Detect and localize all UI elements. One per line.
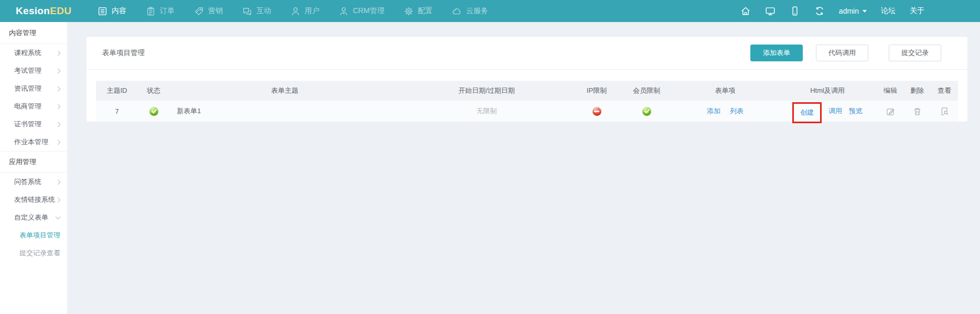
view-icon[interactable] — [940, 107, 949, 116]
member-allowed-icon — [642, 107, 651, 116]
sidebar-item-exam[interactable]: 考试管理 — [0, 62, 67, 80]
refresh-icon[interactable] — [814, 6, 825, 16]
config-icon — [404, 6, 414, 16]
chevron-right-icon — [56, 122, 61, 127]
chevron-right-icon — [56, 68, 61, 73]
call-html-link[interactable]: 调用 — [828, 106, 842, 116]
interaction-icon — [242, 6, 252, 16]
header-ip-limit: IP限制 — [573, 86, 620, 95]
chevron-down-icon — [56, 214, 61, 220]
sidebar-section-apps[interactable]: 应用管理 — [0, 151, 67, 173]
sidebar-subitem-form-projects[interactable]: 表单项目管理 — [0, 226, 67, 244]
about-link[interactable]: 关于 — [910, 6, 924, 16]
nav-label: 配置 — [418, 6, 433, 16]
app-logo[interactable]: KesionEDU — [0, 5, 80, 17]
sidebar-item-news[interactable]: 资讯管理 — [0, 80, 67, 98]
annotation-highlight-box: 创建 — [792, 102, 822, 123]
row-form-item-links: 添加 列表 — [673, 106, 778, 116]
sidebar-subitem-submissions[interactable]: 提交记录查看 — [0, 244, 67, 262]
preview-html-link[interactable]: 预览 — [849, 106, 863, 116]
sidebar-item-course[interactable]: 课程系统 — [0, 44, 67, 62]
nav-label: 用户 — [305, 6, 319, 16]
nav-content[interactable]: 内容 — [98, 6, 126, 16]
top-navigation: 内容 订单 营销 互动 用户 CRM管理 配置 云服务 — [98, 6, 488, 16]
row-member-limit — [620, 107, 673, 116]
chevron-right-icon — [56, 50, 61, 56]
crm-icon — [339, 6, 349, 16]
header-topic-id: 主题ID — [96, 86, 138, 95]
sidebar: 内容管理 课程系统 考试管理 资讯管理 电商管理 证书管理 作业本管理 应用管理… — [0, 22, 67, 314]
sidebar-item-qa[interactable]: 问答系统 — [0, 173, 67, 191]
header-status: 状态 — [138, 86, 169, 95]
header-delete: 删除 — [903, 86, 931, 95]
header-form-title: 表单主题 — [169, 86, 400, 95]
page-title: 表单项目管理 — [102, 48, 145, 58]
admin-username: admin — [839, 7, 859, 15]
main-area: 表单项目管理 添加表单 代码调用 提交记录 主题ID 状态 表单主题 开始日期/… — [67, 22, 980, 314]
header-view: 查看 — [931, 86, 958, 95]
row-topic-id: 7 — [96, 107, 138, 115]
chevron-right-icon — [56, 197, 61, 202]
sidebar-item-label: 资讯管理 — [14, 84, 56, 93]
table-row: 7 新表单1 无限制 添加 列表 创建 调用 预览 — [96, 101, 958, 122]
nav-label: CRM管理 — [353, 6, 384, 16]
sidebar-item-label: 自定义表单 — [14, 213, 56, 222]
logo-prefix: Kesion — [16, 5, 50, 16]
nav-interaction[interactable]: 互动 — [242, 6, 271, 16]
nav-users[interactable]: 用户 — [290, 6, 319, 16]
admin-menu[interactable]: admin — [839, 7, 867, 15]
sidebar-item-customforms[interactable]: 自定义表单 — [0, 209, 67, 226]
row-status — [138, 107, 169, 116]
sidebar-item-workbook[interactable]: 作业本管理 — [0, 133, 67, 151]
sidebar-item-certificate[interactable]: 证书管理 — [0, 115, 67, 133]
nav-marketing[interactable]: 营销 — [194, 6, 223, 16]
forum-link[interactable]: 论坛 — [881, 6, 896, 16]
sidebar-item-ecommerce[interactable]: 电商管理 — [0, 98, 67, 115]
topbar: KesionEDU 内容 订单 营销 互动 用户 CRM管理 配置 — [0, 0, 980, 22]
nav-crm[interactable]: CRM管理 — [339, 6, 384, 16]
submit-records-button[interactable]: 提交记录 — [889, 45, 941, 61]
users-icon — [290, 6, 300, 16]
sidebar-item-label: 问答系统 — [14, 177, 56, 187]
home-icon[interactable] — [740, 6, 751, 16]
delete-icon[interactable] — [913, 107, 922, 116]
header-edit: 编辑 — [877, 86, 903, 95]
content-card: 表单项目管理 添加表单 代码调用 提交记录 主题ID 状态 表单主题 开始日期/… — [87, 37, 967, 122]
status-enabled-icon — [149, 107, 158, 116]
chevron-right-icon — [56, 86, 61, 91]
chevron-right-icon — [56, 179, 61, 185]
cloud-icon — [452, 6, 462, 16]
header-member-limit: 会员限制 — [620, 86, 673, 95]
edit-icon[interactable] — [886, 107, 895, 116]
code-call-button[interactable]: 代码调用 — [816, 45, 868, 61]
nav-label: 互动 — [256, 6, 271, 16]
sidebar-item-friendlinks[interactable]: 友情链接系统 — [0, 191, 67, 209]
monitor-icon[interactable] — [765, 6, 776, 16]
forms-table: 主题ID 状态 表单主题 开始日期/过期日期 IP限制 会员限制 表单项 Htm… — [96, 81, 958, 122]
nav-label: 云服务 — [466, 6, 488, 16]
sidebar-item-label: 课程系统 — [14, 48, 56, 58]
row-ip-limit — [573, 107, 620, 116]
sidebar-item-label: 作业本管理 — [14, 137, 56, 147]
add-form-button[interactable]: 添加表单 — [750, 45, 803, 61]
row-form-title: 新表单1 — [169, 106, 400, 116]
logo-suffix: EDU — [50, 5, 71, 16]
chevron-right-icon — [56, 104, 61, 109]
header-html-call: Html及调用 — [778, 86, 877, 95]
chevron-right-icon — [56, 139, 61, 145]
nav-label: 订单 — [160, 6, 175, 16]
list-items-link[interactable]: 列表 — [730, 106, 744, 116]
ip-blocked-icon — [593, 107, 601, 116]
marketing-icon — [194, 6, 204, 16]
sidebar-section-content[interactable]: 内容管理 — [0, 22, 67, 44]
create-html-link[interactable]: 创建 — [800, 108, 814, 117]
nav-orders[interactable]: 订单 — [146, 6, 175, 16]
nav-label: 内容 — [112, 6, 126, 16]
nav-cloud[interactable]: 云服务 — [452, 6, 488, 16]
row-html-links: 创建 调用 预览 — [778, 101, 877, 122]
add-item-link[interactable]: 添加 — [707, 106, 720, 116]
row-date-range: 无限制 — [400, 106, 573, 116]
mobile-icon[interactable] — [790, 6, 800, 16]
header-form-items: 表单项 — [673, 86, 778, 95]
nav-config[interactable]: 配置 — [404, 6, 433, 16]
